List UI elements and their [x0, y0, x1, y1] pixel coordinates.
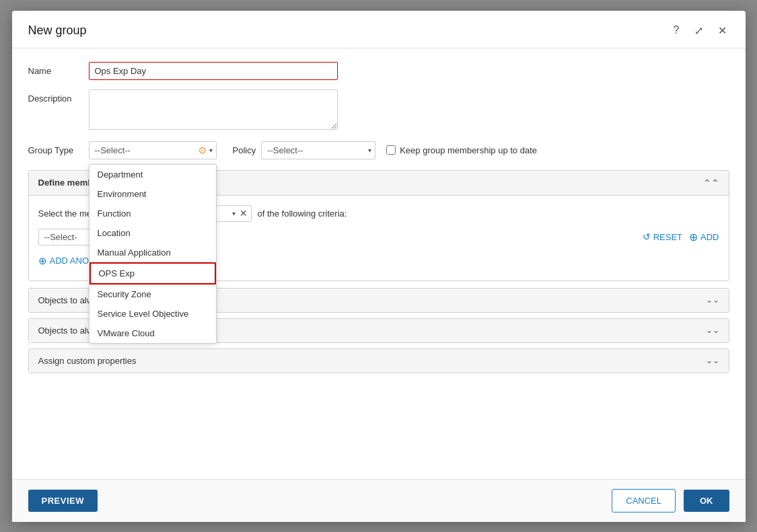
name-label: Name	[28, 62, 89, 76]
dropdown-item-environment[interactable]: Environment	[89, 184, 216, 204]
dropdown-item-vmware-cloud[interactable]: VMware Cloud	[89, 324, 216, 343]
add-button[interactable]: ⊕ ADD	[689, 231, 719, 243]
action-buttons: ↺ RESET ⊕ ADD	[643, 231, 719, 243]
clear-all-btn[interactable]: ✕	[238, 208, 249, 219]
group-type-dropdown: Department Environment Function Location…	[89, 164, 217, 344]
policy-label: Policy	[233, 145, 256, 155]
custom-properties-title: Assign custom properties	[38, 356, 137, 366]
dropdown-item-function[interactable]: Function	[89, 204, 216, 223]
dropdown-item-location[interactable]: Location	[89, 223, 216, 243]
custom-properties-collapse-icon: ⌄⌄	[706, 356, 719, 365]
add-icon: ⊕	[689, 231, 698, 243]
preview-button[interactable]: PREVIEW	[28, 490, 98, 512]
group-type-label: Group Type	[28, 145, 89, 155]
group-type-row: Group Type --Select-- Department Environ…	[28, 141, 729, 159]
description-row: Description	[28, 89, 729, 132]
dropdown-item-security-zone[interactable]: Security Zone	[89, 284, 216, 304]
description-control	[89, 89, 729, 132]
close-button[interactable]: ✕	[715, 23, 729, 38]
custom-properties-header[interactable]: Assign custom properties ⌄⌄	[29, 349, 729, 373]
new-group-dialog: New group ? ⤢ ✕ Name Description Group T…	[12, 11, 746, 522]
plus-circle-icon: ⊕	[38, 255, 47, 267]
name-input[interactable]	[89, 62, 338, 80]
dropdown-item-manual-application[interactable]: Manual Application	[89, 243, 216, 262]
description-label: Description	[28, 89, 89, 104]
objects-include-collapse-icon: ⌄⌄	[706, 295, 719, 305]
dropdown-item-department[interactable]: Department	[89, 165, 216, 184]
header-icons: ? ⤢ ✕	[671, 23, 729, 38]
expand-button[interactable]: ⤢	[692, 23, 706, 38]
keep-membership-label: Keep group membership up to date	[400, 145, 537, 155]
custom-properties-section: Assign custom properties ⌄⌄	[28, 348, 729, 373]
dialog-title: New group	[28, 24, 87, 38]
add-label: ADD	[700, 232, 719, 242]
keep-membership-checkbox[interactable]	[386, 145, 396, 155]
dropdown-item-slo[interactable]: Service Level Objective	[89, 304, 216, 324]
criteria-suffix-text: of the following criteria:	[257, 208, 347, 219]
reset-button[interactable]: ↺ RESET	[643, 231, 682, 242]
cancel-button[interactable]: CANCEL	[612, 489, 676, 512]
group-type-select[interactable]: --Select-- Department Environment Functi…	[89, 141, 217, 159]
dialog-body: Name Description Group Type --Select-- D…	[12, 48, 746, 479]
policy-select[interactable]: --Select--	[261, 141, 375, 159]
group-type-select-wrapper: --Select-- Department Environment Functi…	[89, 141, 217, 159]
help-button[interactable]: ?	[671, 23, 682, 38]
objects-exclude-collapse-icon: ⌄⌄	[706, 326, 719, 335]
ok-button[interactable]: OK	[684, 490, 729, 512]
description-input[interactable]	[89, 89, 338, 130]
dropdown-item-ops-exp[interactable]: OPS Exp	[89, 262, 216, 284]
footer-right-buttons: CANCEL OK	[612, 489, 729, 512]
keep-membership-row: Keep group membership up to date	[386, 145, 537, 155]
dialog-footer: PREVIEW CANCEL OK	[12, 479, 746, 522]
dialog-header: New group ? ⤢ ✕	[12, 11, 746, 48]
name-control	[89, 62, 729, 80]
reset-label: RESET	[653, 232, 682, 242]
collapse-icon: ⌃⌃	[703, 178, 719, 188]
name-row: Name	[28, 62, 729, 80]
policy-select-wrapper: --Select-- ▾	[261, 141, 375, 159]
reset-icon: ↺	[643, 231, 651, 242]
